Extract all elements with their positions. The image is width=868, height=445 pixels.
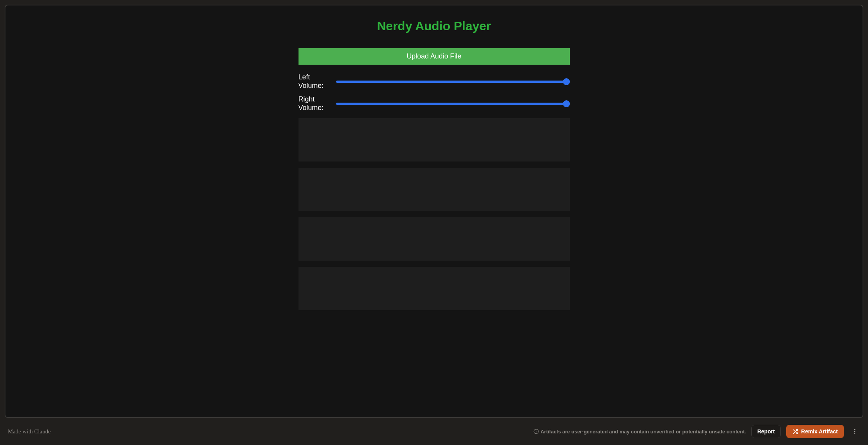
brand-name: Claude [34,428,51,435]
disclaimer-text: Artifacts are user-generated and may con… [540,429,746,435]
visualization-panel-3 [299,217,570,261]
page-title: Nerdy Audio Player [299,19,570,33]
svg-point-6 [854,429,856,430]
footer-bar: Made with Claude Artifacts are user-gene… [5,418,863,440]
visualization-panel-1 [299,118,570,162]
scroll-area[interactable]: Nerdy Audio Player Upload Audio File Lef… [5,5,863,417]
left-volume-slider-wrap [336,81,570,83]
disclaimer: Artifacts are user-generated and may con… [533,429,746,435]
remix-button-label: Remix Artifact [801,428,838,435]
right-volume-slider-wrap [336,103,570,105]
right-volume-label: Right Volume: [299,95,324,112]
left-volume-row: Left Volume: [299,73,570,90]
left-volume-label: Left Volume: [299,73,324,90]
svg-line-5 [793,430,794,431]
footer-right-controls: Artifacts are user-generated and may con… [533,425,860,438]
visualization-panel-4 [299,267,570,310]
info-icon [533,429,539,434]
main-container: Nerdy Audio Player Upload Audio File Lef… [299,19,570,310]
svg-point-8 [854,433,856,434]
remix-artifact-button[interactable]: Remix Artifact [786,425,844,438]
app-frame: Nerdy Audio Player Upload Audio File Lef… [5,5,863,418]
vertical-dots-icon [852,428,858,435]
shuffle-icon [792,429,798,435]
visualization-panel-2 [299,168,570,211]
made-with-label: Made with Claude [8,428,51,435]
svg-point-7 [854,431,856,432]
more-menu-button[interactable] [849,426,860,437]
left-volume-slider[interactable] [336,81,570,83]
report-button[interactable]: Report [751,425,780,438]
made-with-text: Made with [8,428,34,435]
upload-audio-button[interactable]: Upload Audio File [299,48,570,65]
right-volume-row: Right Volume: [299,95,570,112]
right-volume-slider[interactable] [336,103,570,105]
